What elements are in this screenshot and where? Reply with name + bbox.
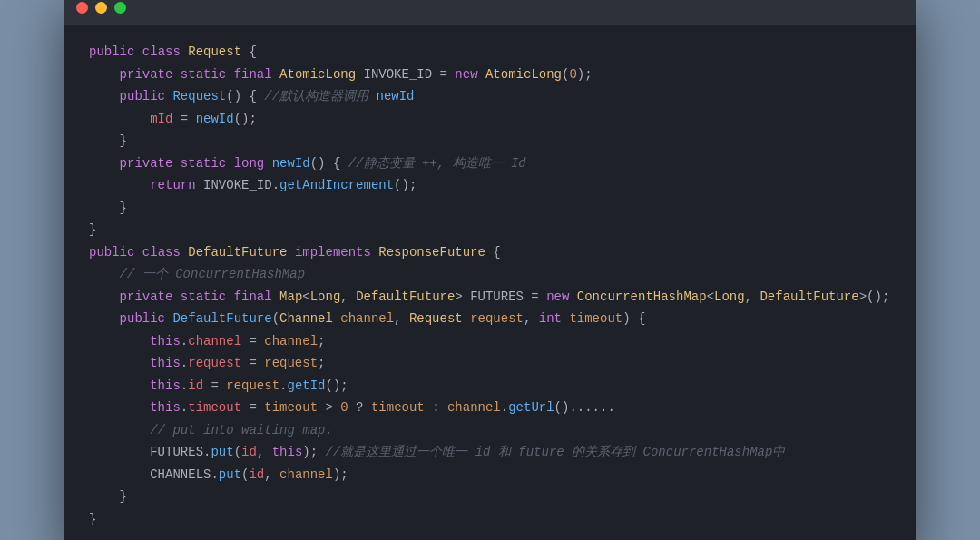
code-line: }	[89, 219, 891, 241]
code-area: public class Request { private static fi…	[64, 25, 916, 540]
code-line: }	[89, 130, 891, 152]
code-line: this.channel = channel;	[89, 330, 891, 353]
code-line: public DefaultFuture(Channel channel, Re…	[89, 308, 891, 330]
code-line: this.id = request.getId();	[89, 375, 891, 398]
code-line: mId = newId();	[89, 108, 891, 131]
code-line: return INVOKE_ID.getAndIncrement();	[89, 174, 891, 197]
code-line: public Request() { //默认构造器调用 newId	[89, 85, 891, 108]
code-line: }	[89, 197, 891, 220]
maximize-button[interactable]	[114, 2, 126, 14]
code-line: private static final Map<Long, DefaultFu…	[89, 286, 891, 309]
code-line: private static long newId() { //静态变量 ++,…	[89, 152, 891, 175]
code-line: this.timeout = timeout > 0 ? timeout : c…	[89, 397, 891, 419]
code-line: }	[89, 508, 891, 531]
code-line: public class DefaultFuture implements Re…	[89, 241, 891, 264]
code-line: // put into waiting map.	[89, 419, 891, 442]
code-line: FUTURES.put(id, this); //就是这里通过一个唯一 id 和…	[89, 441, 891, 464]
code-line: private static final AtomicLong INVOKE_I…	[89, 64, 891, 86]
code-line: // 一个 ConcurrentHashMap	[89, 263, 891, 286]
code-line: }	[89, 486, 891, 508]
code-line: this.request = request;	[89, 352, 891, 375]
code-window: public class Request { private static fi…	[64, 0, 916, 540]
minimize-button[interactable]	[95, 2, 107, 14]
close-button[interactable]	[76, 2, 88, 14]
code-line: public class Request {	[89, 41, 891, 64]
code-line: CHANNELS.put(id, channel);	[89, 464, 891, 486]
titlebar	[64, 0, 916, 25]
